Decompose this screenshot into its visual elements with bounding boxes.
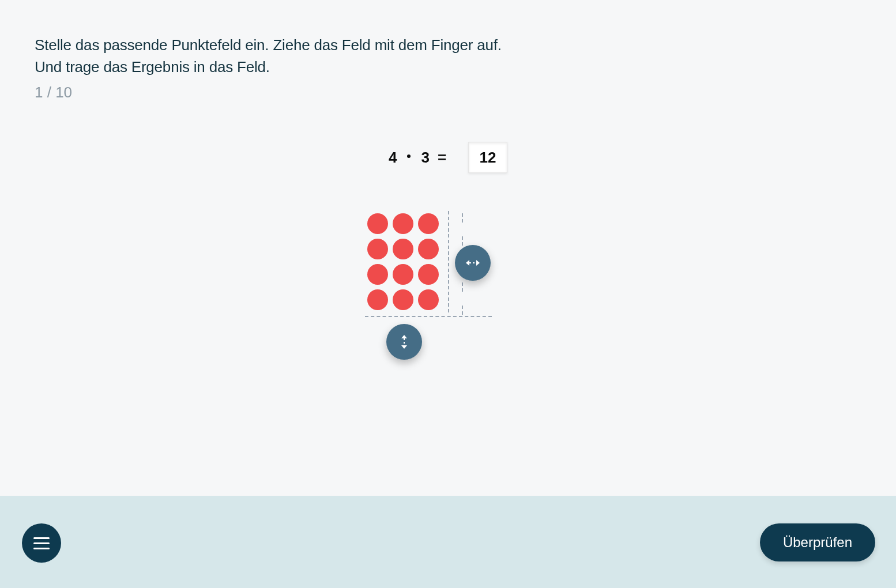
dot — [367, 264, 388, 285]
guide-tick — [462, 282, 463, 292]
dot — [393, 289, 413, 310]
resize-handle-vertical[interactable] — [386, 324, 422, 360]
guide-tick — [462, 306, 463, 315]
instructions-line-1: Stelle das passende Punktefeld ein. Zieh… — [35, 35, 861, 56]
menu-button[interactable] — [22, 523, 61, 563]
guide-tick — [462, 236, 463, 246]
dot — [367, 289, 388, 310]
dot — [393, 239, 413, 259]
dot — [418, 239, 439, 259]
dashed-guide-horizontal — [365, 316, 492, 317]
hamburger-icon — [33, 536, 50, 551]
dot — [393, 213, 413, 234]
dot — [418, 289, 439, 310]
operand-1: 4 — [389, 149, 397, 167]
footer-bar: Überprüfen — [0, 496, 896, 588]
dot — [418, 213, 439, 234]
svg-marker-1 — [476, 260, 480, 266]
answer-input[interactable]: 12 — [468, 142, 507, 173]
svg-marker-0 — [466, 260, 469, 266]
dot — [367, 213, 388, 234]
instructions-line-2: Und trage das Ergebnis in das Feld. — [35, 56, 861, 78]
multiply-dot-icon — [407, 154, 411, 158]
operand-2: 3 — [421, 149, 429, 167]
dot-field-area — [367, 213, 529, 380]
equation: 4 3 = 12 — [389, 142, 507, 173]
svg-marker-4 — [401, 345, 407, 349]
dot — [418, 264, 439, 285]
svg-marker-3 — [401, 335, 407, 338]
instructions-text: Stelle das passende Punktefeld ein. Zieh… — [35, 35, 861, 78]
arrows-vertical-icon — [398, 330, 410, 353]
dashed-guide-vertical — [448, 211, 449, 312]
arrows-horizontal-icon — [461, 257, 484, 269]
dot — [393, 264, 413, 285]
check-button-label: Überprüfen — [783, 534, 852, 551]
progress-counter: 1 / 10 — [35, 84, 861, 101]
answer-value: 12 — [480, 149, 496, 167]
equals-sign: = — [438, 149, 446, 167]
dot — [367, 239, 388, 259]
guide-tick — [462, 213, 463, 223]
exercise-area: 4 3 = 12 — [35, 142, 861, 380]
check-button[interactable]: Überprüfen — [760, 523, 875, 561]
resize-handle-horizontal[interactable] — [455, 245, 491, 281]
